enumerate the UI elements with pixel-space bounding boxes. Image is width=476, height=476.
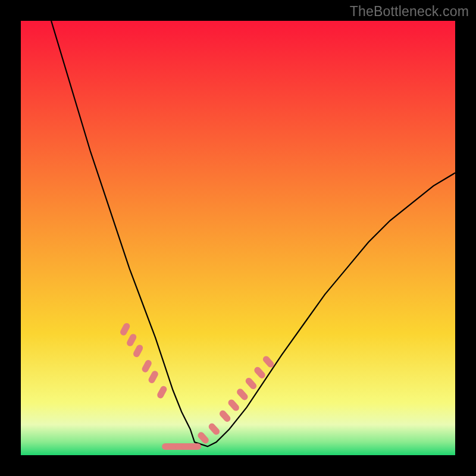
scatter-bottom-valley	[162, 443, 201, 450]
curve-marker	[188, 443, 201, 450]
watermark-text: TheBottleneck.com	[350, 4, 469, 20]
plot-area	[21, 21, 455, 455]
chart-frame: TheBottleneck.com	[0, 0, 476, 476]
chart-svg	[21, 21, 455, 455]
